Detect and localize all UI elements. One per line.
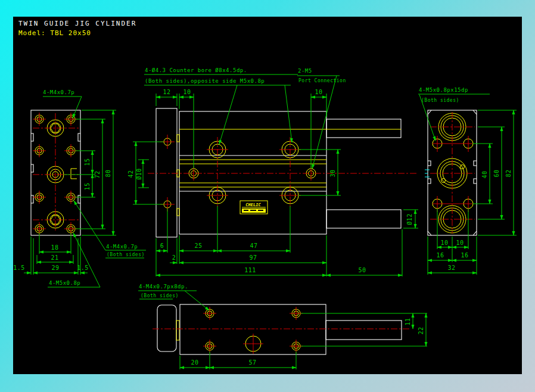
dim-front-15-upper: 15 — [84, 158, 91, 166]
label-top-thread-2: (Both sides) — [141, 293, 179, 298]
front-view: 4-M4x0.7p 15 15 72 80 18 21 1.5 29 1.5 4… — [13, 89, 146, 287]
dim-front-1p5-left: 1.5 — [13, 265, 25, 271]
dim-front-1p5-right: 1.5 — [77, 265, 89, 271]
top-view: 4-M4x0.7px8dp. (Both sides) 20 57 11 22 — [138, 284, 427, 369]
dim-main-12: 12 — [163, 89, 170, 95]
label-side-thread-2: (Both sides) — [421, 98, 459, 103]
dim-side-16b: 16 — [461, 252, 468, 259]
dim-main-42: 42 — [127, 170, 134, 178]
side-view: 4-M5x0.8px15dp (Both sides) 40 60 82 10 … — [418, 87, 517, 275]
dim-main-dia10: Ø10 — [136, 168, 142, 180]
dim-main-10: 10 — [183, 89, 191, 95]
chelic-logo: CHELIC — [240, 201, 268, 214]
hidden-feature-mark — [425, 170, 430, 177]
cad-drawing: TWIN GUIDE JIG CYLINDER Model: TBL 20x50 — [0, 0, 535, 392]
label-front-side-thread: 4-M4x0.7p — [106, 244, 138, 250]
label-port-1: 2-M5 — [298, 68, 312, 74]
label-front-bottom-thread: 4-M5x0.8p — [49, 280, 80, 286]
title-block: TWIN GUIDE JIG CYLINDER Model: TBL 20x50 — [18, 20, 136, 37]
dim-front-15-lower: 15 — [84, 182, 91, 190]
dim-main-port-10: 10 — [315, 89, 322, 95]
logo-text: CHELIC — [245, 203, 261, 207]
dim-side-10a: 10 — [440, 239, 448, 246]
dim-main-111: 111 — [244, 267, 256, 273]
dim-main-6: 6 — [160, 242, 164, 249]
drawing-title: TWIN GUIDE JIG CYLINDER — [18, 20, 136, 27]
dim-main-dia12: Ø12 — [406, 213, 413, 225]
dim-main-97: 97 — [249, 254, 257, 261]
dim-front-18: 18 — [51, 244, 58, 251]
label-port-2: Port Connection — [298, 78, 346, 83]
dim-front-72: 72 — [94, 170, 101, 178]
snap-ring-mark — [71, 169, 77, 179]
main-view: CHELIC — [127, 67, 418, 276]
dim-main-50: 50 — [358, 267, 366, 273]
dim-front-29: 29 — [51, 265, 59, 271]
dim-side-40: 40 — [481, 170, 488, 178]
label-counterbore-1: 4-Ø4.3 Counter bore Ø8x4.5dp. — [145, 67, 247, 73]
dim-top-11: 11 — [405, 318, 411, 325]
dim-side-82: 82 — [505, 169, 512, 177]
label-counterbore-2: (Both sides),opposite side M5x0.8p — [145, 78, 265, 84]
dim-top-20: 20 — [191, 359, 198, 366]
label-side-thread: 4-M5x0.8px15dp — [419, 87, 468, 93]
dim-top-22: 22 — [418, 326, 424, 334]
dim-main-2: 2 — [172, 254, 176, 261]
dim-side-16a: 16 — [436, 252, 444, 259]
dim-side-32: 32 — [447, 265, 455, 271]
drawing-model: Model: TBL 20x50 — [18, 29, 91, 37]
dim-front-21: 21 — [51, 254, 58, 261]
label-front-side-thread-2: (Both sides) — [107, 252, 145, 257]
label-top-thread: 4-M4x0.7px8dp. — [139, 284, 188, 290]
dim-main-30: 30 — [329, 169, 336, 177]
dim-side-10b: 10 — [456, 239, 464, 246]
dim-front-80: 80 — [105, 169, 111, 177]
dim-top-57: 57 — [248, 359, 256, 366]
dim-main-47: 47 — [250, 242, 257, 249]
label-front-top-thread: 4-M4x0.7p — [43, 89, 74, 95]
dim-main-25: 25 — [194, 242, 202, 249]
dim-side-60: 60 — [493, 169, 500, 177]
